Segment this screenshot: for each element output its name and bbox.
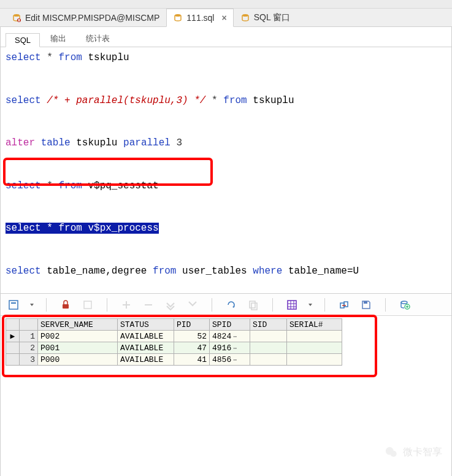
row-selector[interactable]: [6, 342, 20, 354]
ident-vpq-sesstat: v$pq_sesstat: [88, 180, 158, 191]
cell-server-name[interactable]: P002: [38, 331, 118, 342]
watermark: 微卡智享: [385, 445, 442, 459]
row-number-header: [20, 319, 38, 331]
cell-sid[interactable]: [250, 331, 287, 342]
db-sql-icon: [173, 13, 183, 23]
row-number: 1: [20, 331, 38, 342]
tab-sql[interactable]: SQL: [6, 33, 40, 47]
cell-serial[interactable]: [287, 331, 342, 342]
kw-from: from: [223, 95, 247, 106]
tab-stats[interactable]: 统计表: [77, 31, 119, 47]
row-selector-header: [6, 319, 20, 331]
separator: [324, 298, 325, 312]
ident-tskuplu: tskuplu: [253, 95, 294, 106]
tab-label: 111.sql: [186, 13, 214, 23]
svg-rect-5: [9, 301, 18, 309]
svg-point-4: [242, 14, 248, 17]
close-icon[interactable]: ×: [221, 13, 226, 22]
separator: [385, 298, 386, 312]
main-area: SQL 输出 统计表 select * from tskuplu select …: [0, 27, 452, 476]
add-row-button[interactable]: [120, 298, 133, 312]
svg-point-18: [391, 451, 397, 457]
col-serial[interactable]: SERIAL#: [287, 319, 342, 331]
col-server-name[interactable]: SERVER_NAME: [38, 319, 118, 331]
col-status[interactable]: STATUS: [118, 319, 174, 331]
table-row[interactable]: ▶ 1 P002 AVAILABLE 52 4824⋯: [6, 331, 342, 342]
refresh-button[interactable]: [224, 298, 238, 312]
ellipsis-icon[interactable]: ⋯: [231, 345, 236, 352]
sql-editor[interactable]: select * from tskuplu select /* + parall…: [1, 47, 451, 294]
table-row[interactable]: 2 P001 AVAILABLE 47 4916⋯: [6, 342, 342, 354]
result-toolbar: [1, 294, 451, 316]
row-selector[interactable]: [6, 354, 20, 366]
cell-status[interactable]: AVAILABLE: [118, 342, 174, 354]
ellipsis-icon[interactable]: ⋯: [231, 334, 236, 340]
col-sid[interactable]: SID: [250, 319, 287, 331]
grid-view-button[interactable]: [285, 298, 299, 312]
cell-spid[interactable]: 4916⋯: [210, 342, 250, 354]
svg-point-3: [175, 14, 181, 17]
cell-sid[interactable]: [250, 342, 287, 354]
results-table[interactable]: SERVER_NAME STATUS PID SPID SID SERIAL# …: [6, 318, 342, 366]
cell-pid[interactable]: 52: [174, 331, 210, 342]
cell-sid[interactable]: [250, 354, 287, 366]
kw-where: where: [253, 266, 282, 277]
star: *: [47, 180, 53, 191]
col-spid[interactable]: SPID: [210, 319, 250, 331]
row-number: 3: [20, 354, 38, 366]
copy-button[interactable]: [247, 298, 260, 312]
kw-from: from: [58, 180, 82, 191]
spid-value: 4916: [212, 344, 231, 353]
ellipsis-icon[interactable]: ⋯: [231, 357, 236, 364]
kw-table: table: [41, 137, 71, 148]
menu-bar: [0, 0, 452, 9]
kw-parallel: parallel: [123, 137, 170, 148]
print-button[interactable]: [398, 298, 412, 312]
cell-pid[interactable]: 41: [174, 354, 210, 366]
svg-rect-11: [288, 301, 296, 309]
fetch-page-button[interactable]: [7, 298, 20, 312]
cell-spid[interactable]: 4856⋯: [210, 354, 250, 366]
row-selector[interactable]: ▶: [6, 331, 20, 342]
cell-server-name[interactable]: P001: [38, 342, 118, 354]
commit-button[interactable]: [186, 298, 199, 312]
tab-output[interactable]: 输出: [41, 31, 75, 47]
svg-rect-8: [84, 301, 91, 309]
chevron-down-icon[interactable]: [308, 304, 312, 306]
svg-rect-13: [344, 302, 348, 307]
svg-rect-14: [364, 301, 367, 304]
delete-row-button[interactable]: [142, 298, 155, 312]
results-panel: SERVER_NAME STATUS PID SPID SID SERIAL# …: [1, 316, 451, 370]
svg-rect-2: [18, 19, 20, 21]
svg-rect-9: [250, 301, 255, 308]
separator: [46, 298, 47, 312]
hint-comment: /* + parallel(tskuplu,3) */: [47, 95, 205, 106]
db-edit-icon: [12, 13, 21, 23]
chevron-down-icon[interactable]: [30, 304, 34, 306]
cell-server-name[interactable]: P000: [38, 354, 118, 366]
watermark-text: 微卡智享: [403, 446, 442, 459]
cell-status[interactable]: AVAILABLE: [118, 331, 174, 342]
cell-spid[interactable]: 4824⋯: [210, 331, 250, 342]
svg-rect-6: [11, 302, 16, 304]
tab-label: Edit MISCMP.PMISPDA@MISCMP: [25, 13, 159, 23]
literal-3: 3: [177, 137, 183, 148]
duplicate-button[interactable]: [164, 298, 177, 312]
kw-select: select: [6, 95, 41, 106]
save-button[interactable]: [359, 298, 373, 312]
edit-button[interactable]: [81, 298, 94, 312]
kw-select: select: [6, 266, 41, 277]
export-button[interactable]: [337, 298, 351, 312]
tab-sql-window[interactable]: SQL 窗口: [234, 9, 297, 26]
separator: [272, 298, 273, 312]
col-pid[interactable]: PID: [174, 319, 210, 331]
cell-serial[interactable]: [287, 342, 342, 354]
cell-serial[interactable]: [287, 354, 342, 366]
cell-status[interactable]: AVAILABLE: [118, 354, 174, 366]
cell-pid[interactable]: 47: [174, 342, 210, 354]
lock-button[interactable]: [59, 298, 72, 312]
separator: [212, 298, 212, 312]
table-row[interactable]: 3 P000 AVAILABLE 41 4856⋯: [6, 354, 342, 366]
tab-111-sql[interactable]: 111.sql ×: [166, 9, 233, 27]
tab-edit-miscmp[interactable]: Edit MISCMP.PMISPDA@MISCMP: [5, 9, 166, 26]
